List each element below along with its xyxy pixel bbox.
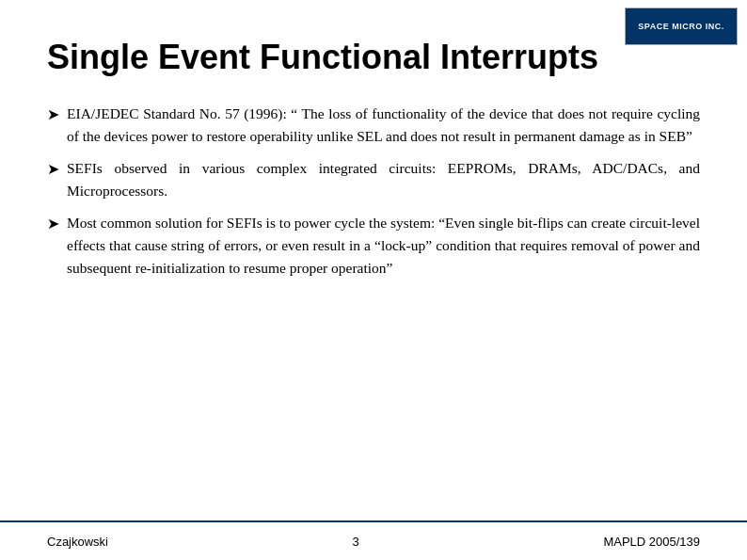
footer: Czajkowski 3 MAPLD 2005/139 (0, 520, 747, 560)
bullet-arrow-2: ➤ (47, 158, 59, 182)
bullet-arrow-1: ➤ (47, 104, 59, 127)
footer-author: Czajkowski (47, 535, 108, 549)
bullet-3: ➤ Most common solution for SEFIs is to p… (47, 212, 700, 280)
slide: SPACE MICRO INC. Single Event Functional… (0, 0, 747, 560)
bullet-text-2: SEFIs observed in various complex integr… (67, 157, 700, 202)
footer-page-number: 3 (353, 535, 359, 549)
bullet-text-1: EIA/JEDEC Standard No. 57 (1996): “ The … (67, 103, 700, 148)
footer-conference: MAPLD 2005/139 (603, 535, 700, 549)
bullet-2: ➤ SEFIs observed in various complex inte… (47, 157, 700, 202)
bullet-text-3: Most common solution for SEFIs is to pow… (67, 212, 700, 280)
slide-title: Single Event Functional Interrupts (47, 38, 700, 76)
slide-content: ➤ EIA/JEDEC Standard No. 57 (1996): “ Th… (47, 103, 700, 280)
bullet-arrow-3: ➤ (47, 213, 59, 236)
logo: SPACE MICRO INC. (625, 8, 738, 45)
bullet-1: ➤ EIA/JEDEC Standard No. 57 (1996): “ Th… (47, 103, 700, 148)
logo-text: SPACE MICRO INC. (638, 22, 723, 31)
